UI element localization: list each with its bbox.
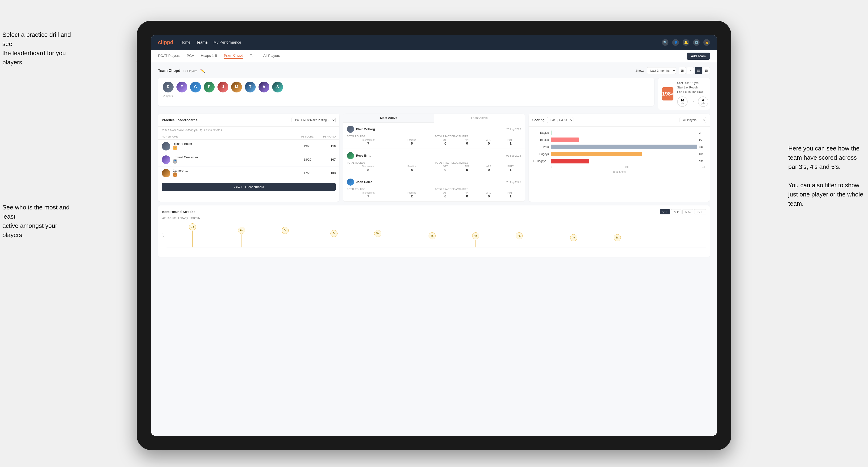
pa-header-2: Rees Britt 02 Sep 2023: [347, 152, 521, 159]
nav-home[interactable]: Home: [181, 40, 191, 44]
streaks-title: Best Round Streaks: [162, 210, 195, 214]
activity-tabs: Most Active Least Active: [343, 114, 525, 122]
chart-row-birdies: Birdies 96: [532, 137, 706, 142]
streak-pin-4x-1: 4x: [429, 232, 436, 247]
subnav-pgat[interactable]: PGAT Players: [158, 54, 180, 59]
shot-card: 198 sc Shot Dist: 16 yds Start Lie: Roug…: [658, 78, 710, 110]
tablet-screen: clippd Home Teams My Performance 🔍 👤 🔔 ⚙…: [151, 35, 717, 436]
practice-leaderboards-card: Practice Leaderboards PUTT Must Make Put…: [158, 114, 339, 201]
nav-teams[interactable]: Teams: [196, 40, 208, 44]
subnav-team-clippd[interactable]: Team Clippd: [224, 53, 243, 59]
brand-logo: clippd: [158, 39, 173, 45]
scoring-player-select[interactable]: All Players: [680, 117, 706, 123]
lb-player-2: Edward Crossman 🥈: [162, 155, 298, 164]
chart-value-bogeys: 311: [699, 153, 706, 155]
scoring-card: Scoring Par 3, 4 & 5s All Players Eagles: [529, 114, 710, 201]
player-avatar-8[interactable]: A: [258, 82, 269, 92]
player-avatar-6[interactable]: M: [231, 82, 242, 92]
streaks-btn-arg[interactable]: ARG: [682, 209, 693, 214]
pa-practice-acts-3: Total Practice Activities OTT 0 APP 0: [435, 188, 521, 198]
pa-practice-sub-2: Practice 4: [391, 165, 433, 172]
pa-player-2: Rees Britt: [347, 152, 370, 159]
navbar: clippd Home Teams My Performance 🔍 👤 🔔 ⚙…: [151, 35, 717, 50]
lb-avg-2: 107: [317, 158, 336, 161]
subnav-pga[interactable]: PGA: [187, 54, 194, 59]
pa-putt-1: PUTT 1: [500, 139, 521, 145]
chart-bar-eagles: [551, 130, 552, 135]
search-icon[interactable]: 🔍: [662, 39, 669, 46]
pa-practice-cols-3: OTT 0 APP 0 ARG 0: [435, 191, 521, 198]
pa-date-2: 02 Sep 2023: [506, 154, 521, 157]
chart-bar-container-eagles: [551, 130, 697, 135]
avatar-icon[interactable]: 👨: [703, 39, 710, 46]
streaks-header: Best Round Streaks OTT APP ARG PUTT: [162, 209, 706, 214]
grid-view-icon[interactable]: ⊞: [679, 67, 686, 74]
subnav-all-players[interactable]: All Players: [263, 54, 280, 59]
pa-stats-1: Total Rounds Tournament 7 Practice 6: [347, 135, 521, 145]
activity-row-2: Rees Britt 02 Sep 2023 Total Rounds Tour…: [343, 149, 525, 175]
lb-rank-3: 🥉: [173, 173, 177, 177]
streaks-chart: Fairway Accuracy 7x 6x: [162, 222, 706, 253]
scoring-par-filter[interactable]: Par 3, 4 & 5s: [547, 117, 574, 123]
list-view-icon[interactable]: ≡: [687, 67, 694, 74]
player-avatar-3[interactable]: C: [190, 82, 201, 92]
main-content: Team Clippd 14 Players ✏️ Show: Last 3 m…: [151, 62, 717, 436]
view-full-leaderboard-button[interactable]: View Full Leaderboard: [162, 183, 336, 191]
player-avatar-9[interactable]: S: [272, 82, 283, 92]
team-controls: Show: Last 3 months ⊞ ≡ ▦ ⊟: [636, 67, 710, 74]
player-avatar-5[interactable]: J: [217, 82, 228, 92]
chart-label-pars: Pars: [532, 145, 549, 149]
players-avatars: R E C B J M T A S: [163, 82, 650, 92]
streaks-btn-ott[interactable]: OTT: [660, 209, 670, 214]
pa-app-3: APP 0: [457, 191, 477, 198]
streak-pin-6x-2: 6x: [282, 227, 289, 247]
pa-putt-3: PUTT 1: [500, 191, 521, 198]
streak-pin-3x-2: 3x: [614, 234, 621, 247]
user-icon[interactable]: 👤: [672, 39, 679, 46]
chart-value-eagles: 3: [699, 131, 706, 134]
chart-row-pars: Pars 499: [532, 145, 706, 149]
lb-name-3: Cameron...: [173, 169, 188, 173]
activity-card: Most Active Least Active Blair McHarg 26…: [343, 114, 525, 201]
pa-practice-acts-1: Total Practice Activities OTT 0 APP 0: [435, 135, 521, 145]
compact-view-icon[interactable]: ⊟: [703, 67, 710, 74]
streaks-card: Best Round Streaks OTT APP ARG PUTT Off …: [158, 206, 710, 257]
tab-least-active[interactable]: Least Active: [434, 114, 525, 122]
player-avatar-1[interactable]: R: [163, 82, 174, 92]
three-col-layout: Practice Leaderboards PUTT Must Make Put…: [158, 114, 710, 201]
players-label: Players: [163, 94, 650, 98]
team-title: Team Clippd 14 Players ✏️: [158, 68, 205, 73]
pa-rounds-cols-3: Tournament 7 Practice 2: [347, 191, 433, 198]
card-view-icon[interactable]: ▦: [695, 67, 702, 74]
chart-value-dbogeys: 131: [699, 160, 706, 162]
lb-name-2: Edward Crossman: [173, 155, 198, 159]
subnav-tour[interactable]: Tour: [250, 54, 257, 59]
drill-select[interactable]: PUTT Must Make Putting...: [291, 117, 336, 123]
lb-player-3: Cameron... 🥉: [162, 169, 298, 177]
player-avatar-7[interactable]: T: [245, 82, 256, 92]
player-avatar-2[interactable]: E: [177, 82, 187, 92]
pa-ott-3: OTT 0: [435, 191, 456, 198]
show-period-select[interactable]: Last 3 months: [647, 67, 676, 74]
bell-icon[interactable]: 🔔: [683, 39, 689, 46]
leaderboard-title: Practice Leaderboards: [162, 118, 197, 122]
streaks-btn-app[interactable]: APP: [671, 209, 681, 214]
subnav-hcaps[interactable]: Hcaps 1-5: [201, 54, 217, 59]
pa-practice-sub-3: Practice 2: [391, 191, 433, 198]
chart-row-bogeys: Bogeys 311: [532, 152, 706, 156]
settings-icon[interactable]: ⚙️: [693, 39, 700, 46]
add-team-button[interactable]: Add Team: [687, 53, 710, 60]
subnav: PGAT Players PGA Hcaps 1-5 Team Clippd T…: [151, 50, 717, 62]
streak-pin-7x-1: 7x: [189, 223, 196, 247]
pa-player-1: Blair McHarg: [347, 126, 375, 133]
chart-bar-container-bogeys: [551, 152, 697, 156]
player-avatar-4[interactable]: B: [204, 82, 215, 92]
lb-name-1: Richard Butler: [173, 142, 192, 146]
pa-name-2: Rees Britt: [356, 154, 370, 157]
streaks-btn-putt[interactable]: PUTT: [694, 209, 706, 214]
chart-axis: 0200400: [532, 166, 706, 168]
edit-team-icon[interactable]: ✏️: [200, 69, 205, 73]
annotation-bottom-left: See who is the most and leastactive amon…: [2, 203, 78, 240]
nav-performance[interactable]: My Performance: [214, 40, 241, 44]
tab-most-active[interactable]: Most Active: [343, 114, 434, 122]
